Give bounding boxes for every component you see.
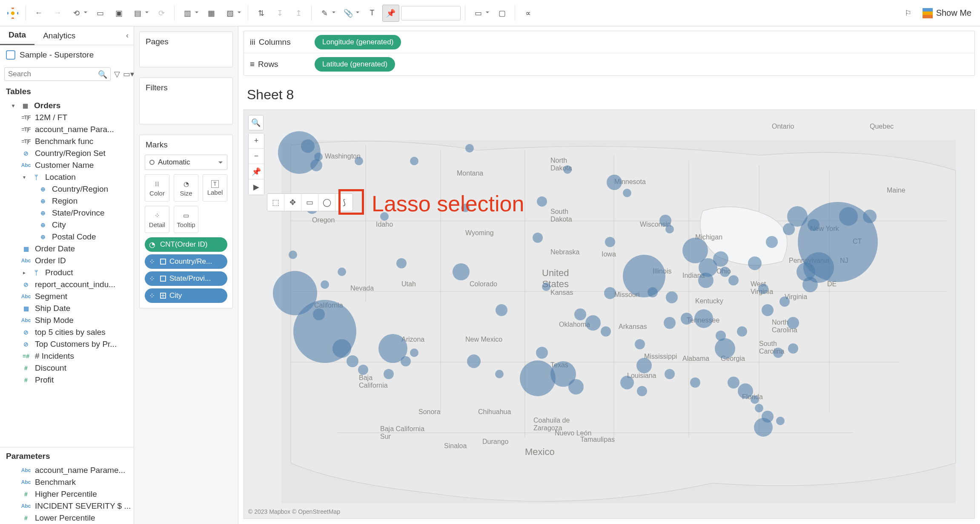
columns-pill[interactable]: Longitude (generated) <box>315 35 401 49</box>
data-point[interactable] <box>623 189 631 197</box>
data-point[interactable] <box>321 280 329 289</box>
data-point[interactable] <box>762 304 774 316</box>
data-point[interactable] <box>748 256 762 270</box>
refresh-button[interactable]: ▤ <box>129 5 146 22</box>
zoom-play-button[interactable]: ▶ <box>249 179 264 195</box>
pan-button[interactable]: ✥ <box>284 194 301 211</box>
collapse-pane-button[interactable]: ‹ <box>121 31 134 40</box>
data-point[interactable] <box>754 418 773 437</box>
share-button[interactable]: ∝ <box>519 5 536 22</box>
mark-pill[interactable]: ⁘State/Provi... <box>145 271 227 286</box>
data-point[interactable] <box>783 223 795 235</box>
swap-button[interactable]: ⇅ <box>252 5 269 22</box>
data-point[interactable] <box>738 383 753 399</box>
data-point[interactable] <box>401 356 411 366</box>
data-point[interactable] <box>728 377 739 389</box>
data-point[interactable] <box>728 275 739 285</box>
pause-button[interactable]: ⟳ <box>153 5 170 22</box>
data-point[interactable] <box>635 339 645 349</box>
hierarchy-location[interactable]: ▾ᛘ Location <box>0 171 134 183</box>
sheet-title[interactable]: Sheet 8 <box>238 80 980 109</box>
field-item[interactable]: # Discount <box>0 362 134 374</box>
field-item[interactable]: ▦ Order Date <box>0 243 134 255</box>
data-point[interactable] <box>355 157 363 165</box>
data-point[interactable] <box>758 284 768 294</box>
field-item[interactable]: ⊕ Postal Code <box>0 231 134 243</box>
data-point[interactable] <box>332 339 351 358</box>
field-item[interactable]: # Profit <box>0 374 134 386</box>
data-point[interactable] <box>289 250 297 259</box>
zoom-home-button[interactable]: 📌 <box>249 164 264 179</box>
table-orders[interactable]: ▾▦ Orders <box>0 100 134 112</box>
data-point[interactable] <box>410 348 418 357</box>
data-point[interactable] <box>563 165 572 174</box>
forward-button[interactable]: → <box>49 5 66 22</box>
highlight-button[interactable]: ✎ <box>316 5 333 22</box>
field-item[interactable]: Abc account_name Parame... <box>0 464 134 476</box>
data-point[interactable] <box>664 317 676 329</box>
data-point[interactable] <box>465 144 474 153</box>
back-button[interactable]: ← <box>30 5 47 22</box>
data-point[interactable] <box>533 233 543 243</box>
data-point[interactable] <box>536 347 548 359</box>
guide-button[interactable]: ⚐ <box>900 5 917 22</box>
data-point[interactable] <box>605 237 615 247</box>
new-datasource-button[interactable]: ▣ <box>110 5 127 22</box>
zoom-out-button[interactable]: − <box>249 149 264 164</box>
data-point[interactable] <box>310 159 322 171</box>
pin-button[interactable]: 📌 <box>382 5 399 22</box>
data-point[interactable] <box>636 358 652 373</box>
data-point[interactable] <box>396 258 407 268</box>
data-point[interactable] <box>776 417 785 425</box>
data-point[interactable] <box>496 304 507 316</box>
data-point[interactable] <box>358 365 368 375</box>
rectangular-select-button[interactable]: ▭ <box>301 194 318 211</box>
data-point[interactable] <box>604 287 616 299</box>
data-point[interactable] <box>648 287 658 297</box>
field-item[interactable]: Abc Customer Name <box>0 159 134 171</box>
marks-color[interactable]: ⁞⁞ Color <box>145 174 169 202</box>
marks-tooltip[interactable]: ▭ Tooltip <box>174 206 198 233</box>
tab-data[interactable]: Data <box>0 26 34 45</box>
field-item[interactable]: ⊘ Country/Region Set <box>0 147 134 159</box>
field-item[interactable]: # Lower Percentile <box>0 512 134 524</box>
duplicate-button[interactable]: ▦ <box>203 5 220 22</box>
data-point[interactable] <box>715 338 735 359</box>
data-point[interactable] <box>620 376 634 389</box>
clear-button[interactable]: ▧ <box>221 5 238 22</box>
map-viz[interactable]: WashingtonMontanaNorthDakotaMinnesotaOnt… <box>244 109 975 519</box>
data-point[interactable] <box>453 263 470 280</box>
field-item[interactable]: ⊘ Top Customers by Pr... <box>0 338 134 350</box>
field-item[interactable]: ⊕ Region <box>0 195 134 207</box>
data-point[interactable] <box>495 370 504 378</box>
data-point[interactable] <box>839 207 858 226</box>
rows-pill[interactable]: Latitude (generated) <box>315 57 395 72</box>
undo-history-button[interactable]: ⟲ <box>68 5 85 22</box>
data-point[interactable] <box>665 369 675 379</box>
data-point[interactable] <box>666 291 678 303</box>
data-point[interactable] <box>585 315 601 331</box>
field-item[interactable]: Abc INCIDENT SEVERITY $ ... <box>0 500 134 512</box>
field-item[interactable]: Abc Order ID <box>0 255 134 267</box>
marks-label[interactable]: T Label <box>203 174 227 202</box>
group-button[interactable]: 📎 <box>340 5 357 22</box>
data-point[interactable] <box>607 175 622 190</box>
mark-type-selector[interactable]: Automatic <box>145 155 227 170</box>
data-point[interactable] <box>751 395 759 404</box>
data-point[interactable] <box>537 196 547 207</box>
view-options-icon[interactable]: ▭▾ <box>123 69 134 79</box>
field-item[interactable]: ▦ Ship Date <box>0 302 134 314</box>
marks-size[interactable]: ◔ Size <box>174 174 198 202</box>
data-point[interactable] <box>384 369 394 379</box>
data-point[interactable] <box>601 326 611 337</box>
data-point[interactable] <box>694 309 713 328</box>
field-item[interactable]: =T|F Benchmark func <box>0 135 134 147</box>
field-item[interactable]: =T|F account_name Para... <box>0 124 134 135</box>
tab-analytics[interactable]: Analytics <box>34 27 84 45</box>
data-point[interactable] <box>788 343 798 354</box>
data-point[interactable] <box>779 297 790 307</box>
field-item[interactable]: ⊕ Country/Region <box>0 183 134 195</box>
zoom-in-button[interactable]: + <box>249 133 264 149</box>
field-item[interactable]: ⊘ top 5 cities by sales <box>0 326 134 338</box>
data-point[interactable] <box>698 273 714 288</box>
